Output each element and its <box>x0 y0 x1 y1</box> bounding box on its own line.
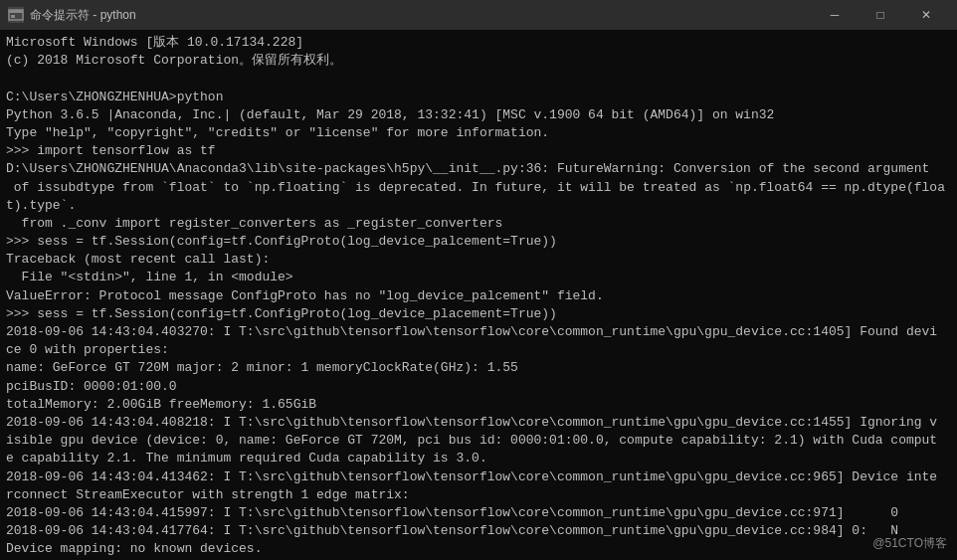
maximize-button[interactable]: □ <box>858 0 903 30</box>
svg-rect-1 <box>9 10 23 13</box>
window: 命令提示符 - python ─ □ ✕ Microsoft Windows [… <box>0 0 957 560</box>
terminal-output: Microsoft Windows [版本 10.0.17134.228] (c… <box>6 34 951 560</box>
title-bar: 命令提示符 - python ─ □ ✕ <box>0 0 957 30</box>
minimize-button[interactable]: ─ <box>812 0 858 30</box>
window-icon <box>8 7 24 23</box>
close-button[interactable]: ✕ <box>903 0 949 30</box>
svg-rect-2 <box>11 15 15 18</box>
window-controls: ─ □ ✕ <box>812 0 949 30</box>
terminal-body[interactable]: Microsoft Windows [版本 10.0.17134.228] (c… <box>0 30 957 560</box>
window-title: 命令提示符 - python <box>30 7 136 24</box>
watermark: @51CTO博客 <box>872 535 947 552</box>
title-bar-left: 命令提示符 - python <box>8 7 136 24</box>
